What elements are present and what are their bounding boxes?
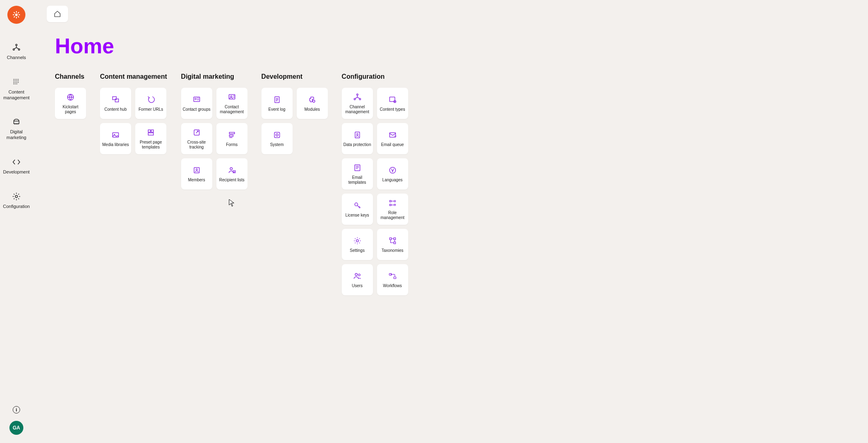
sidebar-item-label: Channels [7, 55, 26, 61]
tile-channel-management[interactable]: Channel management [342, 88, 373, 119]
settings-icon [353, 236, 362, 246]
tile-label: System [270, 142, 284, 147]
cross-site-icon [192, 128, 201, 137]
tile-contact-groups[interactable]: Contact groups [181, 88, 212, 119]
home-button[interactable] [47, 6, 68, 22]
tile-label: Members [188, 178, 205, 183]
svg-point-50 [15, 14, 18, 16]
tile-workflows[interactable]: Workflows [377, 264, 408, 295]
section-title: Digital marketing [181, 73, 248, 80]
tile-event-log[interactable]: Event log [261, 88, 293, 119]
data-protection-icon [353, 130, 362, 140]
tile-label: Cross-site tracking [183, 140, 211, 150]
tile-license-keys[interactable]: License keys [342, 194, 373, 225]
tile-email-queue[interactable]: Email queue [377, 123, 408, 154]
tile-cross-site-tracking[interactable]: Cross-site tracking [181, 123, 212, 154]
tile-label: Email templates [343, 175, 371, 185]
app-logo[interactable] [7, 6, 25, 24]
sidebar-item-label: Development [3, 169, 30, 175]
tile-data-protection[interactable]: Data protection [342, 123, 373, 154]
tile-kickstart-pages[interactable]: Kickstart pages [55, 88, 86, 119]
taxonomies-icon [388, 236, 397, 246]
modules-icon [308, 95, 317, 105]
event-log-icon [273, 95, 282, 105]
content-hub-icon [111, 95, 120, 105]
tile-content-hub[interactable]: Content hub [100, 88, 131, 119]
recipient-lists-icon [227, 165, 236, 175]
tile-label: Preset page templates [137, 140, 165, 150]
section-title: Development [261, 73, 328, 80]
tile-label: Settings [350, 248, 365, 253]
tile-label: Kickstart pages [57, 105, 84, 114]
languages-icon [388, 165, 397, 175]
sidebar-item-content-management[interactable]: Content management [2, 74, 31, 104]
sidebar-item-digital-marketing[interactable]: Digital marketing [2, 114, 31, 144]
tile-email-templates[interactable]: Email templates [342, 158, 373, 190]
section-title: Content management [100, 73, 167, 80]
tile-label: Email queue [381, 142, 404, 147]
tile-label: Modules [304, 107, 320, 112]
tile-system[interactable]: System [261, 123, 293, 154]
tile-former-urls[interactable]: Former URLs [135, 88, 166, 119]
media-libraries-icon [111, 130, 120, 140]
users-icon [353, 271, 362, 281]
tile-label: Taxonomies [382, 248, 403, 253]
license-keys-icon [353, 201, 362, 210]
workflows-icon [388, 271, 397, 281]
section-configuration: Configuration Channel management Content… [342, 73, 408, 295]
development-icon [12, 157, 21, 167]
tile-forms[interactable]: Forms [216, 123, 248, 154]
configuration-icon [12, 192, 21, 201]
tile-label: Workflows [383, 283, 402, 288]
tile-label: License keys [345, 213, 369, 218]
sidebar-item-development[interactable]: Development [2, 154, 31, 178]
tile-taxonomies[interactable]: Taxonomies [377, 229, 408, 260]
tile-contact-management[interactable]: Contact management [216, 88, 248, 119]
tile-label: Languages [382, 178, 403, 183]
tile-modules[interactable]: Modules [297, 88, 328, 119]
sidebar-item-channels[interactable]: Channels [2, 39, 31, 64]
tile-settings[interactable]: Settings [342, 229, 373, 260]
tile-members[interactable]: Members [181, 158, 212, 190]
tile-label: Content hub [105, 107, 127, 112]
tile-label: Event log [268, 107, 286, 112]
tile-label: Channel management [343, 105, 371, 114]
tile-role-management[interactable]: Role management [377, 194, 408, 225]
sidebar-item-configuration[interactable]: Configuration [2, 188, 31, 213]
main-content: Home Channels Kickstart pages Content ma… [33, 0, 868, 443]
section-development: Development Event log Modules System [261, 73, 328, 295]
tile-label: Contact management [218, 105, 246, 114]
section-content-management: Content management Content hub Former UR… [100, 73, 167, 295]
sidebar: Channels Content management Digital mark… [0, 0, 33, 443]
contact-mgmt-icon [227, 92, 236, 102]
tile-label: Forms [226, 142, 237, 147]
role-mgmt-icon [388, 198, 397, 208]
tile-recipient-lists[interactable]: Recipient lists [216, 158, 248, 190]
former-urls-icon [146, 95, 155, 105]
sidebar-item-label: Configuration [3, 204, 30, 210]
section-digital-marketing: Digital marketing Contact groups Contact… [181, 73, 248, 295]
tile-label: Contact groups [183, 107, 211, 112]
tile-languages[interactable]: Languages [377, 158, 408, 190]
sections: Channels Kickstart pages Content managem… [55, 73, 858, 295]
info-button[interactable]: i [13, 406, 20, 413]
tile-media-libraries[interactable]: Media libraries [100, 123, 131, 154]
tile-label: Role management [379, 210, 407, 220]
avatar[interactable]: GA [9, 421, 23, 435]
system-icon [273, 130, 282, 140]
tile-users[interactable]: Users [342, 264, 373, 295]
channel-mgmt-icon [353, 92, 362, 102]
section-title: Channels [55, 73, 86, 80]
channels-icon [12, 43, 21, 53]
page-title: Home [55, 34, 858, 58]
tile-label: Content types [380, 107, 405, 112]
section-title: Configuration [342, 73, 408, 80]
preset-templates-icon [146, 128, 155, 137]
tile-label: Recipient lists [219, 178, 245, 183]
content-types-icon [388, 95, 397, 105]
content-mgmt-icon [12, 77, 21, 87]
tile-content-types[interactable]: Content types [377, 88, 408, 119]
forms-icon [227, 130, 236, 140]
tile-preset-page-templates[interactable]: Preset page templates [135, 123, 166, 154]
contact-groups-icon [192, 95, 201, 105]
